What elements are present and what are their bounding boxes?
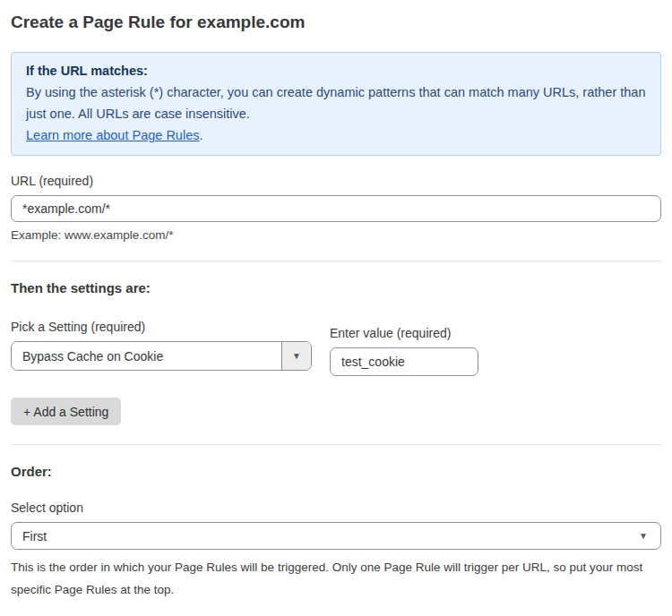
setting-picker-label: Pick a Setting (required) — [11, 320, 312, 334]
order-select-label: Select option — [11, 500, 661, 515]
order-select-value: First — [22, 529, 47, 543]
info-box-heading: If the URL matches: — [26, 60, 646, 81]
settings-row: Pick a Setting (required) Bypass Cache o… — [11, 320, 661, 376]
info-box-link-line: Learn more about Page Rules. — [26, 124, 646, 146]
settings-section-heading: Then the settings are: — [11, 280, 661, 295]
order-select[interactable]: First ▼ — [11, 522, 661, 550]
divider — [11, 444, 661, 445]
order-section-heading: Order: — [11, 464, 661, 479]
order-help-text: This is the order in which your Page Rul… — [11, 556, 661, 601]
url-input[interactable] — [11, 195, 661, 222]
learn-more-link[interactable]: Learn more about Page Rules — [26, 128, 199, 142]
info-box-body: By using the asterisk (*) character, you… — [26, 81, 646, 124]
setting-select-arrow-button[interactable]: ▼ — [281, 342, 311, 370]
setting-value-column: Enter value (required) — [330, 326, 478, 376]
url-match-info-box: If the URL matches: By using the asteris… — [11, 52, 661, 156]
url-field-label: URL (required) — [11, 174, 661, 188]
setting-value-input[interactable] — [330, 347, 478, 376]
setting-value-label: Enter value (required) — [330, 326, 478, 340]
link-suffix: . — [199, 128, 202, 142]
create-page-rule-form: Create a Page Rule for example.com If th… — [0, 0, 672, 616]
chevron-down-icon: ▼ — [292, 352, 301, 361]
setting-picker-column: Pick a Setting (required) Bypass Cache o… — [11, 320, 312, 371]
add-setting-button[interactable]: + Add a Setting — [11, 398, 121, 425]
chevron-down-icon: ▼ — [639, 532, 648, 541]
setting-select-value: Bypass Cache on Cookie — [12, 342, 281, 370]
setting-select[interactable]: Bypass Cache on Cookie ▼ — [11, 341, 312, 371]
url-example-text: Example: www.example.com/* — [11, 228, 661, 242]
order-select-group: Select option First ▼ This is the order … — [11, 500, 661, 601]
divider — [11, 261, 661, 261]
page-title: Create a Page Rule for example.com — [11, 13, 661, 32]
